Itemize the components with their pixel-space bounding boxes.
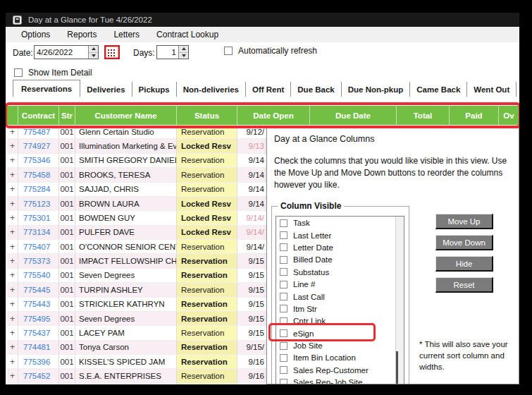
row-expand-button[interactable]: + — [7, 168, 18, 182]
column-option-task[interactable]: Task — [276, 217, 404, 229]
column-option-checkbox[interactable] — [280, 317, 287, 325]
row-expand-button[interactable]: + — [7, 197, 18, 211]
show-item-detail-checkbox-box[interactable] — [14, 68, 23, 77]
cell-contract[interactable]: 775123 — [18, 197, 59, 211]
column-option-last-letter[interactable]: Last Letter — [276, 229, 404, 241]
row-expand-button[interactable]: + — [7, 183, 18, 197]
row-expand-button[interactable]: + — [7, 154, 18, 168]
menu-item-contract-lookup[interactable]: Contract Lookup — [148, 30, 227, 40]
show-item-detail-checkbox[interactable]: Show Item Detail — [14, 68, 92, 78]
column-option-last-call[interactable]: Last Call — [276, 290, 404, 302]
row-expand-button[interactable]: + — [7, 254, 18, 268]
tab-reservations[interactable]: Reservations — [13, 80, 80, 97]
column-option-item-bin-location[interactable]: Item Bin Location — [276, 351, 404, 363]
column-option-letter-date[interactable]: Letter Date — [276, 241, 404, 253]
tab-came-back[interactable]: Came Back — [410, 82, 467, 97]
column-option-job-site[interactable]: Job Site — [276, 339, 404, 351]
tab-deliveries[interactable]: Deliveries — [80, 82, 132, 97]
days-spin-up-icon[interactable] — [179, 46, 188, 53]
cell-contract[interactable] — [18, 384, 59, 384]
column-header-total[interactable]: Total — [397, 106, 450, 125]
column-option-checkbox[interactable] — [280, 281, 287, 288]
list-scrollbar-thumb[interactable] — [396, 351, 398, 384]
row-expand-button[interactable] — [7, 384, 18, 384]
tab-pickups[interactable]: Pickups — [132, 82, 177, 97]
cell-contract[interactable]: 775373 — [18, 254, 59, 268]
list-scrollbar[interactable] — [395, 217, 404, 384]
column-header-paid[interactable]: Paid — [450, 106, 499, 125]
column-option-checkbox[interactable] — [280, 329, 287, 337]
column-header-expand[interactable] — [7, 106, 18, 125]
cell-contract[interactable]: 775346 — [18, 154, 59, 168]
row-expand-button[interactable]: + — [7, 240, 18, 254]
column-option-line-[interactable]: Line # — [276, 278, 404, 290]
column-option-checkbox[interactable] — [280, 231, 287, 239]
column-option-checkbox[interactable] — [280, 243, 287, 251]
cell-contract[interactable]: 773134 — [18, 226, 59, 240]
tab-off-rent[interactable]: Off Rent — [246, 82, 291, 97]
days-spinner[interactable] — [178, 46, 188, 59]
date-spin-up-icon[interactable] — [89, 46, 98, 53]
row-expand-button[interactable]: + — [7, 341, 18, 355]
calendar-icon[interactable] — [104, 45, 120, 59]
column-option-checkbox[interactable] — [280, 342, 287, 350]
row-expand-button[interactable]: + — [7, 312, 18, 326]
column-option-checkbox[interactable] — [280, 379, 287, 384]
auto-refresh-checkbox-box[interactable] — [224, 47, 233, 55]
column-header-ov[interactable]: Ov — [499, 106, 519, 125]
row-expand-button[interactable]: + — [7, 283, 18, 297]
column-option-checkbox[interactable] — [280, 293, 287, 300]
column-header-contract[interactable]: Contract — [18, 106, 59, 125]
column-header-due-date[interactable]: Due Date — [310, 106, 397, 125]
column-header-str[interactable]: Str — [59, 106, 75, 125]
cell-contract[interactable]: 774927 — [18, 139, 59, 153]
column-header-date-open[interactable]: Date Open — [237, 106, 310, 125]
date-spinner[interactable] — [88, 46, 98, 59]
column-option-checkbox[interactable] — [280, 305, 287, 312]
row-expand-button[interactable]: + — [7, 211, 18, 225]
row-expand-button[interactable]: + — [7, 269, 18, 283]
tab-went-out[interactable]: Went Out — [467, 82, 516, 97]
column-option-checkbox[interactable] — [280, 219, 287, 227]
column-option-sales-rep-customer[interactable]: Sales Rep-Customer — [276, 364, 404, 376]
move-down-button[interactable]: Move Down — [435, 235, 493, 250]
date-spin-down-icon[interactable] — [89, 53, 98, 59]
date-input[interactable]: 4/26/2022 — [34, 45, 99, 59]
row-expand-button[interactable]: + — [7, 326, 18, 340]
menu-item-options[interactable]: Options — [13, 30, 58, 40]
days-input[interactable]: 1 — [156, 45, 189, 59]
row-expand-button[interactable]: + — [7, 355, 18, 369]
row-expand-button[interactable]: + — [7, 369, 18, 383]
cell-contract[interactable]: 775445 — [18, 283, 59, 297]
cell-contract[interactable]: 775396 — [18, 355, 59, 369]
row-expand-button[interactable]: + — [7, 125, 18, 139]
cell-contract[interactable]: 775301 — [18, 211, 59, 225]
hide-button[interactable]: Hide — [435, 256, 493, 272]
column-option-checkbox[interactable] — [280, 354, 287, 362]
column-option-substatus[interactable]: Substatus — [276, 266, 404, 278]
column-option-itm-str[interactable]: Itm Str — [276, 303, 404, 315]
column-option-checkbox[interactable] — [280, 366, 287, 374]
column-option-sales-rep-job-site[interactable]: Sales Rep-Job Site — [276, 376, 404, 384]
table-header[interactable]: ContractStrCustomer NameStatusDate OpenD… — [7, 106, 519, 125]
cell-contract[interactable]: 775452 — [18, 369, 59, 383]
row-expand-button[interactable]: + — [7, 298, 18, 312]
cell-contract[interactable]: 774481 — [18, 341, 59, 355]
cell-contract[interactable]: 775284 — [18, 183, 59, 197]
cell-contract[interactable]: 775437 — [18, 326, 59, 340]
menu-item-letters[interactable]: Letters — [105, 30, 148, 40]
tab-non-deliveries[interactable]: Non-deliveries — [177, 82, 246, 97]
auto-refresh-checkbox[interactable]: Automatically refresh — [224, 46, 317, 56]
tab-due-back[interactable]: Due Back — [291, 82, 341, 97]
move-up-button[interactable]: Move Up — [435, 214, 493, 229]
cell-contract[interactable]: 775540 — [18, 269, 59, 283]
cell-contract[interactable]: 775443 — [18, 298, 59, 312]
row-expand-button[interactable]: + — [7, 139, 18, 153]
days-spin-down-icon[interactable] — [179, 53, 188, 59]
cell-contract[interactable]: 775458 — [18, 168, 59, 182]
menu-item-reports[interactable]: Reports — [58, 30, 105, 40]
column-option-cntr-link[interactable]: Cntr Link — [276, 315, 404, 327]
cell-contract[interactable]: 775495 — [18, 312, 59, 326]
reset-button[interactable]: Reset — [435, 277, 493, 293]
column-option-checkbox[interactable] — [280, 268, 287, 276]
